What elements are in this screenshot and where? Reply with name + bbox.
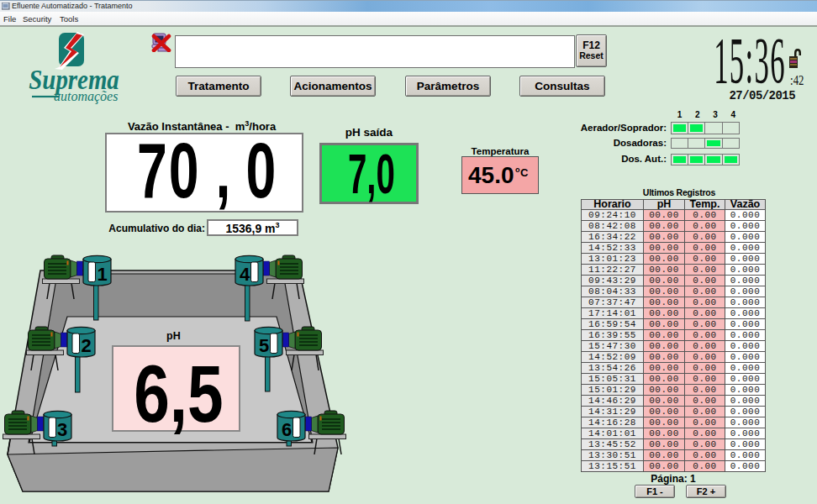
svg-text:4: 4: [240, 264, 250, 285]
svg-text:6: 6: [282, 419, 292, 440]
svg-text:1: 1: [97, 264, 107, 285]
svg-text:automações: automações: [54, 89, 118, 104]
svg-text:3: 3: [57, 419, 67, 440]
svg-text:5: 5: [259, 335, 269, 356]
svg-text:2: 2: [81, 335, 91, 356]
